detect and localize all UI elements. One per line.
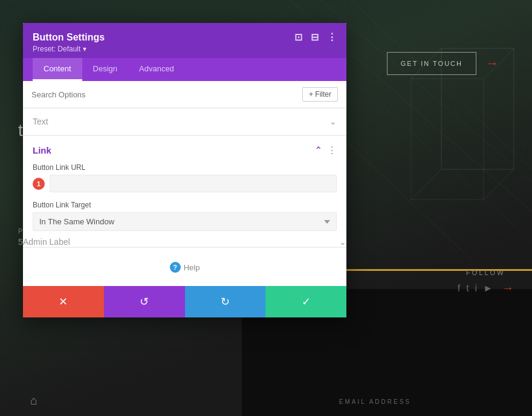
undo-button[interactable]: ↺ [104,286,185,317]
text-section-row[interactable]: Text ⌄ [23,108,346,135]
panel-header-icons: ⊡ ⊟ ⋮ [294,31,337,43]
link-section-label: Link [33,145,51,155]
follow-label: FOLLOW [458,269,514,276]
save-button[interactable]: ✓ [265,286,346,317]
panel-title-row: Button Settings ⊡ ⊟ ⋮ [33,31,337,43]
follow-arrow: → [502,281,514,295]
panel-header: Button Settings ⊡ ⊟ ⋮ Preset: Default ▾ [23,23,346,58]
link-section-header[interactable]: Link ⌃ ⋮ [23,136,346,158]
tab-design[interactable]: Design [82,58,128,81]
help-icon: ? [170,262,181,273]
svg-rect-10 [411,79,484,200]
svg-line-8 [411,169,441,200]
follow-area: FOLLOW f t i ► → [458,269,514,295]
link-chevron-up-icon[interactable]: ⌃ [314,145,322,156]
cancel-button[interactable]: ✕ [23,286,104,317]
url-field-row: 1 [33,175,337,192]
admin-section-row[interactable]: Admin Label ⌄ [23,237,346,247]
youtube-icon[interactable]: ► [483,283,493,294]
panel-preset[interactable]: Preset: Default ▾ [33,45,337,53]
get-in-touch-button[interactable]: GET IN TOUCH [387,52,476,75]
get-in-touch-arrow: → [485,57,499,70]
help-label: Help [184,263,200,272]
email-address-label: EMAIL ADDRESS [339,398,411,405]
target-field-label: Button Link Target [33,201,337,209]
home-icon[interactable]: ⌂ [30,394,37,408]
action-bar: ✕ ↺ ↻ ✓ [23,286,346,317]
redo-button[interactable]: ↻ [185,286,266,317]
target-select[interactable]: In The Same Window In The New Window Tog… [33,212,337,231]
get-in-touch-area: GET IN TOUCH → [387,52,499,75]
facebook-icon[interactable]: f [458,283,460,294]
search-input[interactable] [31,90,297,99]
panel-body: Text ⌄ Link ⌃ ⋮ Button Link URL 1 Button… [23,108,346,286]
svg-line-9 [484,169,514,200]
admin-chevron-icon: ⌄ [339,237,346,247]
url-field-label: Button Link URL [33,163,337,172]
link-header-icons: ⌃ ⋮ [314,145,337,156]
url-input[interactable] [50,175,337,192]
panel-columns-icon[interactable]: ⊟ [311,31,319,43]
panel-more-icon[interactable]: ⋮ [327,31,337,43]
url-badge: 1 [33,178,45,190]
link-form: Button Link URL 1 Button Link Target In … [23,158,346,231]
tab-content[interactable]: Content [33,58,82,81]
panel-screenshot-icon[interactable]: ⊡ [294,31,302,43]
text-section-label: Text [33,117,48,126]
help-area: ? Help [23,247,346,286]
twitter-icon[interactable]: t [466,283,469,294]
svg-line-1 [320,0,532,181]
link-more-icon[interactable]: ⋮ [327,145,337,156]
admin-section-label: Admin Label [23,237,70,247]
button-settings-panel: Button Settings ⊡ ⊟ ⋮ Preset: Default ▾ … [23,23,346,317]
tab-advanced[interactable]: Advanced [128,58,185,81]
panel-tabs: Content Design Advanced [23,58,346,81]
link-section: Link ⌃ ⋮ Button Link URL 1 Button Link T… [23,135,346,231]
instagram-icon[interactable]: i [475,283,478,294]
social-icons-group: f t i ► → [458,281,514,295]
help-button[interactable]: ? Help [170,262,200,273]
panel-title-text: Button Settings [33,32,105,43]
text-chevron-icon: ⌄ [329,117,337,126]
search-bar: + Filter [23,81,346,108]
filter-button[interactable]: + Filter [302,87,338,102]
